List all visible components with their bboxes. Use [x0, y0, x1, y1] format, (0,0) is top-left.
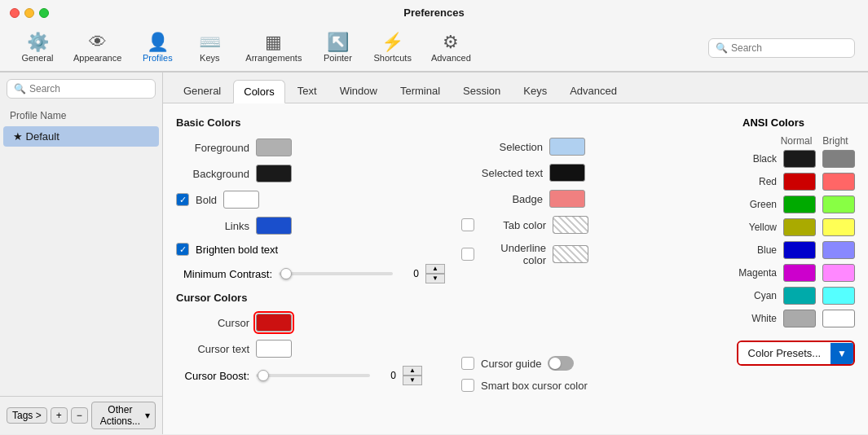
ansi-yellow-normal[interactable]	[783, 218, 816, 236]
cursor-text-label: Cursor text	[176, 343, 249, 355]
ansi-red-label: Red	[692, 176, 777, 187]
cursor-text-swatch[interactable]	[256, 340, 292, 358]
toolbar-search-input[interactable]	[731, 42, 848, 54]
close-button[interactable]	[10, 8, 20, 18]
window-controls	[10, 8, 49, 18]
cursor-guide-checkbox[interactable]	[461, 357, 474, 370]
links-swatch[interactable]	[256, 217, 292, 235]
toolbar-label-general: General	[21, 53, 53, 63]
sidebar-item-default[interactable]: ★ Default	[3, 126, 159, 147]
minimum-contrast-spinner: ▲ ▼	[425, 264, 445, 283]
toolbar: ⚙️ General 👁 Appearance 👤 Profiles ⌨️ Ke…	[0, 25, 868, 72]
content-area: General Colors Text Window Terminal Sess…	[163, 72, 868, 434]
tab-color-row: Tab color	[461, 216, 676, 234]
smart-box-checkbox[interactable]	[461, 379, 474, 392]
selection-swatch[interactable]	[549, 138, 585, 156]
minimum-contrast-up[interactable]: ▲	[425, 264, 445, 274]
ansi-green-bright[interactable]	[822, 196, 855, 213]
ansi-white-bright[interactable]	[822, 310, 855, 327]
foreground-swatch[interactable]	[256, 138, 292, 156]
selection-color-row: Selection	[461, 138, 676, 156]
minimum-contrast-down[interactable]: ▼	[425, 274, 445, 283]
toolbar-item-arrangements[interactable]: ▦ Arrangements	[237, 30, 310, 66]
general-icon: ⚙️	[27, 33, 49, 51]
ansi-red-normal[interactable]	[783, 173, 816, 191]
ansi-blue-bright[interactable]	[822, 241, 855, 259]
appearance-icon: 👁	[89, 33, 107, 51]
tab-advanced[interactable]: Advanced	[559, 79, 628, 103]
cursor-swatch[interactable]	[256, 314, 292, 332]
toolbar-label-pointer: Pointer	[324, 53, 352, 63]
advanced-icon: ⚙	[443, 33, 459, 51]
brighten-bold-checkbox[interactable]: ✓	[176, 243, 189, 256]
bold-checkbox[interactable]: ✓	[176, 193, 189, 206]
ansi-magenta-normal[interactable]	[783, 264, 816, 282]
ansi-row-cyan: Cyan	[692, 287, 855, 305]
cursor-boost-slider-thumb[interactable]	[258, 370, 269, 381]
tab-color-checkbox[interactable]	[461, 218, 474, 231]
color-presets-label: Color Presets...	[738, 342, 831, 364]
ansi-cyan-normal[interactable]	[783, 287, 816, 305]
selected-text-swatch[interactable]	[549, 164, 585, 182]
tab-session[interactable]: Session	[452, 79, 511, 103]
tab-general[interactable]: General	[173, 79, 231, 103]
window: Preferences ⚙️ General 👁 Appearance 👤 Pr…	[0, 0, 868, 434]
bold-swatch[interactable]	[223, 191, 259, 209]
ansi-red-bright[interactable]	[822, 173, 855, 191]
sidebar: 🔍 Profile Name ★ Default Tags > + − Othe…	[0, 72, 163, 434]
color-presets-button[interactable]: Color Presets... ▼	[737, 341, 855, 366]
minimize-button[interactable]	[24, 8, 34, 18]
tags-button[interactable]: Tags >	[7, 407, 47, 424]
tab-colors[interactable]: Colors	[233, 80, 285, 103]
ansi-white-label: White	[692, 313, 777, 324]
tab-terminal[interactable]: Terminal	[390, 79, 451, 103]
ansi-yellow-bright[interactable]	[822, 218, 855, 236]
ansi-cyan-bright[interactable]	[822, 287, 855, 305]
color-row-foreground: Foreground	[176, 138, 445, 156]
minimum-contrast-row: Minimum Contrast: 0 ▲ ▼	[176, 264, 445, 283]
ansi-row-white: White	[692, 310, 855, 327]
ansi-row-red: Red	[692, 173, 855, 191]
basic-colors-title: Basic Colors	[176, 116, 445, 129]
ansi-magenta-bright[interactable]	[822, 264, 855, 282]
keys-icon: ⌨️	[199, 33, 221, 51]
add-profile-button[interactable]: +	[51, 407, 68, 424]
ansi-black-normal[interactable]	[783, 150, 816, 168]
sub-tabs: General Colors Text Window Terminal Sess…	[163, 72, 868, 103]
tab-window[interactable]: Window	[329, 79, 388, 103]
toolbar-item-pointer[interactable]: ↖️ Pointer	[313, 30, 362, 66]
cursor-guide-toggle[interactable]	[548, 356, 574, 371]
toolbar-item-general[interactable]: ⚙️ General	[13, 30, 62, 66]
toolbar-item-appearance[interactable]: 👁 Appearance	[65, 30, 130, 66]
badge-label: Badge	[461, 193, 543, 205]
toolbar-item-shortcuts[interactable]: ⚡ Shortcuts	[365, 30, 419, 66]
maximize-button[interactable]	[39, 8, 49, 18]
minimum-contrast-label: Minimum Contrast:	[176, 268, 272, 280]
badge-swatch[interactable]	[549, 190, 585, 208]
remove-profile-button[interactable]: −	[71, 407, 88, 424]
sidebar-search-input[interactable]	[29, 83, 148, 94]
toolbar-item-keys[interactable]: ⌨️ Keys	[185, 30, 234, 66]
tab-keys[interactable]: Keys	[513, 79, 557, 103]
ansi-blue-normal[interactable]	[783, 241, 816, 259]
underline-color-swatch[interactable]	[553, 245, 588, 263]
background-swatch[interactable]	[256, 165, 292, 182]
profiles-icon: 👤	[147, 33, 169, 51]
cursor-boost-down[interactable]: ▼	[403, 376, 422, 385]
selected-text-label: Selected text	[461, 167, 543, 179]
tab-color-swatch[interactable]	[553, 216, 588, 234]
other-actions-button[interactable]: Other Actions... ▾	[91, 402, 156, 429]
ansi-green-normal[interactable]	[783, 196, 816, 213]
underline-color-checkbox[interactable]	[461, 248, 474, 261]
toolbar-item-advanced[interactable]: ⚙ Advanced	[423, 30, 479, 66]
cursor-boost-up[interactable]: ▲	[403, 366, 422, 376]
links-label: Links	[176, 220, 249, 232]
toolbar-item-profiles[interactable]: 👤 Profiles	[133, 30, 182, 66]
ansi-black-bright[interactable]	[822, 150, 855, 168]
window-title: Preferences	[10, 7, 858, 22]
tab-text[interactable]: Text	[287, 79, 328, 103]
ansi-white-normal[interactable]	[783, 310, 816, 327]
ansi-header-bright: Bright	[819, 135, 852, 147]
cursor-boost-spinner: ▲ ▼	[403, 366, 422, 385]
minimum-contrast-slider-thumb[interactable]	[280, 268, 292, 279]
